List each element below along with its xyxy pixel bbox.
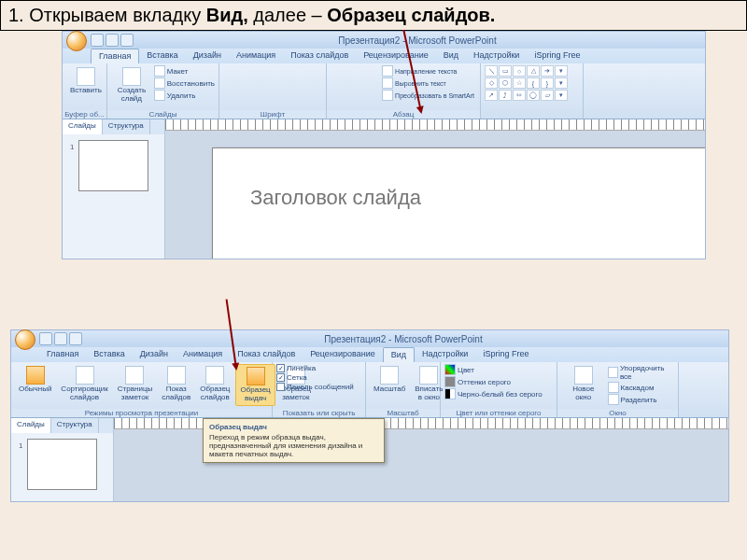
align-text-button[interactable]: Выровнить текст xyxy=(382,77,474,89)
message-bar-checkbox[interactable]: Панель сообщений xyxy=(276,383,354,391)
tab-review-2[interactable]: Рецензирование xyxy=(303,347,383,362)
thumb-number-b: 1 xyxy=(19,441,22,450)
shape-icon[interactable]: { xyxy=(527,77,540,89)
shape-icon[interactable]: ▾ xyxy=(555,90,568,101)
shape-icon[interactable]: ⬡ xyxy=(499,77,512,89)
tab-view[interactable]: Вид xyxy=(436,49,466,63)
qat-redo-icon[interactable] xyxy=(120,34,134,47)
tab-review[interactable]: Рецензирование xyxy=(356,49,436,63)
shape-rect-icon[interactable]: ▭ xyxy=(499,65,512,77)
tab-design-2[interactable]: Дизайн xyxy=(133,347,176,362)
qat-undo-icon[interactable] xyxy=(106,34,119,47)
instruction-bold1: Вид, xyxy=(206,5,248,25)
reset-icon xyxy=(154,77,165,89)
ruler-checkbox[interactable]: ✓Линейка xyxy=(276,364,354,372)
quick-access-toolbar-2 xyxy=(39,332,82,345)
shape-icon[interactable]: ⤴ xyxy=(499,90,512,101)
delete-button[interactable]: Удалить xyxy=(154,90,215,101)
slide-thumbnail-1b[interactable]: 1 xyxy=(27,439,97,490)
shape-icon[interactable]: ⬄ xyxy=(513,90,526,101)
qat-undo-icon[interactable] xyxy=(54,332,67,345)
shapes-gallery[interactable]: ＼ ▭ ○ △ ➔ ▾ ◇ ⬡ ☆ { } ▾ ↗ ⤴ ⬄ ◯ ▱ xyxy=(485,65,568,101)
layout-button[interactable]: Макет xyxy=(154,65,215,77)
delete-icon xyxy=(154,90,165,101)
shape-icon[interactable]: ◯ xyxy=(527,90,540,101)
tab-home-2[interactable]: Главная xyxy=(39,347,86,362)
notes-page-button[interactable]: Страницы заметок xyxy=(114,364,157,404)
paragraph-options: Направление текста Выровнить текст Преоб… xyxy=(382,65,474,101)
zoom-button[interactable]: Масштаб xyxy=(370,364,409,396)
slideshow-icon xyxy=(167,366,186,385)
text-direction-button[interactable]: Направление текста xyxy=(382,65,474,77)
group-font-label: Шрифт xyxy=(219,110,326,119)
qat-redo-icon[interactable] xyxy=(69,332,82,345)
tab-addins-2[interactable]: Надстройки xyxy=(415,347,475,362)
normal-view-button[interactable]: Обычный xyxy=(15,364,55,396)
slide-master-button[interactable]: Образец слайдов xyxy=(196,364,233,404)
tab-insert[interactable]: Вставка xyxy=(139,49,185,63)
tab-view-2[interactable]: Вид xyxy=(383,347,415,362)
office-button-2[interactable] xyxy=(15,329,35,350)
tooltip-title: Образец выдач xyxy=(209,423,378,431)
ribbon-tabs-2: Главная Вставка Дизайн Анимация Показ сл… xyxy=(11,347,728,362)
slide-title-placeholder[interactable]: Заголовок слайда xyxy=(250,186,685,210)
shape-triangle-icon[interactable]: △ xyxy=(527,65,540,77)
slideshow-view-button[interactable]: Показ слайдов xyxy=(158,364,194,404)
tab-animation-2[interactable]: Анимация xyxy=(176,347,230,362)
tab-ispring[interactable]: iSpring Free xyxy=(527,49,587,63)
side-tab-outline-2[interactable]: Структура xyxy=(51,418,99,433)
handout-master-tooltip: Образец выдач Переход в режим образца вы… xyxy=(203,418,385,463)
gridlines-checkbox[interactable]: ✓Сетка xyxy=(276,373,354,382)
new-slide-button[interactable]: Создать слайд xyxy=(111,65,152,105)
slide-edit-area[interactable]: Заголовок слайда xyxy=(212,147,705,259)
grayscale-icon xyxy=(444,376,456,387)
slide-thumbnail-1[interactable]: 1 xyxy=(78,140,148,191)
shape-icon[interactable]: ◇ xyxy=(485,77,498,89)
shape-arrow-icon[interactable]: ➔ xyxy=(541,65,554,77)
side-tab-slides[interactable]: Слайды xyxy=(63,119,103,134)
tab-design[interactable]: Дизайн xyxy=(186,49,229,63)
qat-save-icon[interactable] xyxy=(39,332,52,345)
tab-insert-2[interactable]: Вставка xyxy=(86,347,132,362)
layout-label: Макет xyxy=(167,67,189,76)
notes-page-icon xyxy=(125,366,144,385)
shape-line-icon[interactable]: ＼ xyxy=(485,65,498,77)
slides-panel: Слайды Структура 1 xyxy=(63,119,165,259)
instruction-box: 1. Открываем вкладку Вид, далее – Образе… xyxy=(0,0,747,31)
grayscale-button[interactable]: Оттенки серого xyxy=(444,376,543,387)
arrange-all-button[interactable]: Упорядочить все xyxy=(608,364,674,381)
tab-slideshow[interactable]: Показ слайдов xyxy=(283,49,356,63)
new-window-icon xyxy=(574,366,593,385)
cascade-button[interactable]: Каскадом xyxy=(608,382,674,393)
new-window-button[interactable]: Новое окно xyxy=(561,364,606,404)
office-button[interactable] xyxy=(66,31,87,51)
side-tab-outline[interactable]: Структура xyxy=(103,119,150,134)
shape-more-icon[interactable]: ▾ xyxy=(555,65,568,77)
shape-icon[interactable]: ↗ xyxy=(485,90,498,101)
bw-label: Черно-белый без серого xyxy=(458,390,543,399)
paste-button[interactable]: Вставить xyxy=(66,65,106,97)
tab-animation[interactable]: Анимация xyxy=(229,49,283,63)
qat-save-icon[interactable] xyxy=(91,34,104,47)
group-window-label: Окно xyxy=(557,409,678,417)
powerpoint-window-1: Презентация2 - Microsoft PowerPoint Глав… xyxy=(62,31,706,259)
shape-oval-icon[interactable]: ○ xyxy=(513,65,526,77)
side-tab-slides-2[interactable]: Слайды xyxy=(11,418,51,433)
reset-button[interactable]: Восстановить xyxy=(154,77,215,89)
split-button[interactable]: Разделить xyxy=(608,394,674,405)
shape-icon[interactable]: ☆ xyxy=(513,77,526,89)
sorter-label: Сортировщик слайдов xyxy=(61,385,107,402)
tab-ispring-2[interactable]: iSpring Free xyxy=(475,347,536,362)
shape-icon[interactable]: } xyxy=(541,77,554,89)
tab-addins[interactable]: Надстройки xyxy=(466,49,527,63)
shape-icon[interactable]: ▱ xyxy=(541,90,554,101)
tab-home[interactable]: Главная xyxy=(91,49,139,63)
color-button[interactable]: Цвет xyxy=(444,364,543,375)
smartart-button[interactable]: Преобразовать в SmartArt xyxy=(382,90,474,101)
shape-icon[interactable]: ▾ xyxy=(555,77,568,89)
bw-button[interactable]: Черно-белый без серого xyxy=(444,388,543,399)
handout-master-button[interactable]: Образец выдач xyxy=(235,364,275,406)
normal-label: Обычный xyxy=(19,385,51,394)
sorter-view-button[interactable]: Сортировщик слайдов xyxy=(57,364,111,404)
tab-slideshow-2[interactable]: Показ слайдов xyxy=(230,347,303,362)
